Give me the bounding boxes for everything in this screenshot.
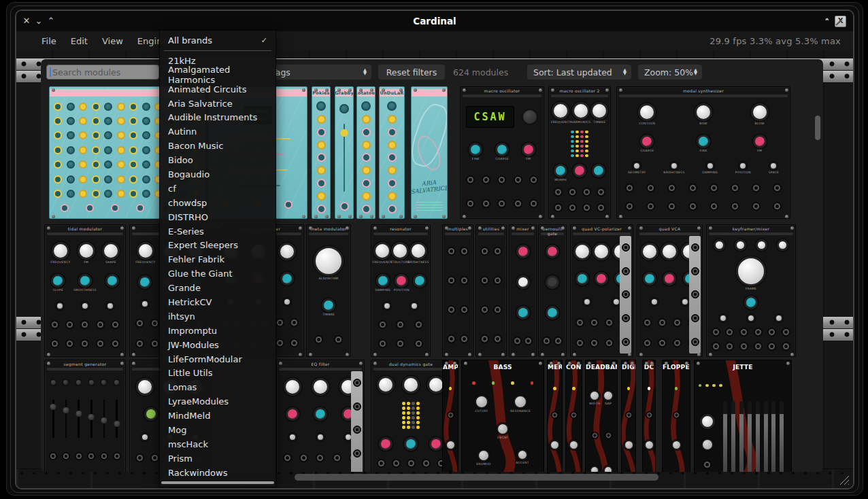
module-preview-digi[interactable]: DIGI bbox=[621, 360, 636, 472]
brand-menu-item[interactable]: cf bbox=[160, 182, 276, 196]
brand-menu-item[interactable]: Mog bbox=[160, 423, 276, 437]
screw-icon bbox=[573, 353, 576, 356]
brand-menu-item[interactable]: DISTRHO bbox=[160, 210, 276, 224]
screw-icon bbox=[414, 215, 417, 218]
knob bbox=[469, 143, 482, 156]
brand-menu-item[interactable]: Grande bbox=[160, 281, 276, 295]
module-preview-rotatoes[interactable]: Rotatoes bbox=[356, 86, 375, 219]
brand-menu-item[interactable]: Fehler Fabrik bbox=[160, 252, 276, 266]
module-preview-deadband[interactable]: DEADBANDWIDTHGAP bbox=[585, 360, 618, 472]
screw-icon bbox=[568, 362, 571, 365]
brand-label: Animated Circuits bbox=[168, 84, 246, 94]
brand-menu-item[interactable]: Amalgamated Harmonics bbox=[160, 68, 276, 82]
screw-icon bbox=[425, 353, 429, 356]
brand-menu-item[interactable]: Bogaudio bbox=[160, 167, 276, 182]
module-preview-mixer[interactable]: mixer bbox=[509, 224, 537, 357]
module-preview-resonator[interactable]: resonatorFREQUENCYSTRUCTUREBRIGHTNESSDAM… bbox=[371, 224, 431, 357]
control bbox=[92, 160, 100, 169]
brand-menu-item[interactable]: Bidoo bbox=[160, 153, 276, 167]
brand-menu-item[interactable]: Lomas bbox=[160, 380, 276, 394]
brand-menu-item[interactable]: Aria Salvatrice bbox=[160, 97, 276, 111]
brand-menu-item[interactable]: LifeFormModular bbox=[160, 352, 276, 366]
brand-menu-item[interactable]: ihtsyn bbox=[160, 309, 276, 324]
brand-label: HetrickCV bbox=[168, 297, 212, 307]
module-preview-mera[interactable]: MERA bbox=[547, 360, 563, 472]
brand-menu-item[interactable]: Audible Instruments bbox=[160, 110, 276, 124]
brand-menu-item[interactable]: Impromptu bbox=[160, 324, 276, 338]
menu-view[interactable]: View bbox=[102, 36, 123, 46]
brand-menu-item[interactable]: E-Series bbox=[160, 224, 276, 239]
maximize-window-icon[interactable]: ⌃ bbox=[45, 11, 57, 31]
module-preview-macro-oscillator[interactable]: macro oscillatorCSAWFINECOARSEFM bbox=[460, 86, 544, 219]
vertical-scrollbar[interactable] bbox=[815, 116, 820, 140]
jack bbox=[575, 339, 584, 347]
brand-label: Prism bbox=[168, 453, 193, 464]
knob-label: CUTOFF bbox=[475, 409, 488, 413]
brand-menu-item-all[interactable]: All brands ✓ bbox=[160, 33, 276, 48]
module-preview-macro-oscillator-2[interactable]: macro oscillator 2FREQUENCYHARMONICSTIMB… bbox=[548, 86, 611, 219]
menu-file[interactable]: File bbox=[41, 36, 56, 46]
brand-label: JW-Modules bbox=[168, 340, 219, 350]
jack bbox=[111, 320, 120, 329]
module-preview-bass[interactable]: BASSCUTOFFRESONANCEDECAYENVMODACCENT bbox=[461, 360, 544, 472]
module-preview-jette[interactable]: JETTE bbox=[694, 360, 792, 472]
brand-menu-item[interactable]: Prism bbox=[160, 451, 276, 466]
knob bbox=[495, 143, 509, 156]
brand-menu-item[interactable]: Expert Sleepers bbox=[160, 238, 276, 252]
brand-menu-item[interactable]: chowdsp bbox=[160, 196, 276, 210]
module-preview-bernoulli-gate[interactable]: bernoulli gate bbox=[538, 224, 567, 357]
module-preview-dual-dynamics-gate[interactable]: dual dynamics gate bbox=[371, 360, 451, 472]
module-preview-flopper[interactable]: FLOPPER bbox=[662, 360, 690, 472]
module-preview-conv[interactable]: CONV bbox=[565, 360, 582, 472]
brand-menu-item[interactable]: Bacon Music bbox=[160, 139, 276, 153]
knob bbox=[603, 390, 614, 401]
brand-menu-item[interactable]: JW-Modules bbox=[160, 338, 276, 352]
brand-menu-item[interactable]: HetrickCV bbox=[160, 295, 276, 309]
module-preview-utilities[interactable]: utilities bbox=[475, 224, 507, 357]
module-preview-undular[interactable]: UnDuLaR bbox=[379, 86, 405, 219]
jack bbox=[50, 320, 59, 329]
brand-menu-item[interactable]: mscHack bbox=[160, 437, 276, 451]
control bbox=[340, 202, 349, 211]
knob-label: DECAY bbox=[497, 436, 508, 439]
screw-icon bbox=[605, 88, 609, 92]
module-preview-modal-synthesizer[interactable]: modal synthesizerCONTOURBOWBLOWCOARSEFIN… bbox=[616, 86, 790, 219]
module-title: quad VCA bbox=[637, 226, 702, 231]
minimize-window-icon[interactable]: ⌄ bbox=[33, 11, 45, 31]
knob bbox=[700, 414, 715, 429]
module-preview[interactable]: ARiA SALVATRICE bbox=[411, 86, 448, 219]
module-preview-pokies[interactable]: Pokies bbox=[312, 86, 331, 219]
brand-menu-item[interactable]: MindMeld bbox=[160, 409, 276, 423]
module-preview-keyframer-mixer[interactable]: keyframer/mixerFRAME bbox=[706, 224, 796, 357]
jack bbox=[554, 337, 563, 345]
module-preview-quad-vca[interactable]: quad VCA bbox=[637, 224, 703, 357]
module-preview-amp[interactable]: AMP bbox=[442, 360, 458, 472]
module-preview-dc[interactable]: DC bbox=[642, 360, 656, 472]
brand-menu-item[interactable]: Little Utils bbox=[160, 366, 276, 380]
brand-menu-item[interactable]: Glue the Giant bbox=[160, 266, 276, 281]
jack bbox=[422, 459, 431, 468]
jack bbox=[773, 184, 782, 192]
module-preview-quad-vc-polarizer[interactable]: quad VC-polarizer bbox=[570, 224, 633, 357]
led-matrix bbox=[571, 131, 588, 158]
module-preview-meta-modulator[interactable]: meta modulatorALGORITHMTIMBRE bbox=[306, 224, 351, 357]
knob bbox=[546, 306, 559, 320]
module-preview-tidal-modulator[interactable]: tidal modulatorFREQUENCYFMSHAPESLOPESMOO… bbox=[44, 224, 126, 357]
module-preview-eq-filter[interactable]: EQ filter bbox=[276, 360, 365, 472]
brand-menu-item[interactable]: LyraeModules bbox=[160, 394, 276, 409]
control bbox=[117, 117, 125, 125]
close-window-icon[interactable]: ✕ bbox=[20, 11, 33, 31]
module-preview-grabby[interactable]: Grabby bbox=[335, 86, 354, 219]
screw-icon bbox=[501, 226, 505, 230]
brand-menu-item[interactable]: Autinn bbox=[160, 124, 276, 139]
module-preview-multiples[interactable]: multiples bbox=[442, 224, 473, 357]
menu-edit[interactable]: Edit bbox=[71, 36, 88, 46]
horizontal-scrollbar[interactable] bbox=[295, 474, 658, 481]
knob bbox=[377, 376, 395, 394]
module-preview-segment-generator[interactable]: segment generator bbox=[44, 360, 126, 472]
collapse-chevrons-icon[interactable]: ⌃⌃ bbox=[824, 19, 830, 23]
brand-menu-item[interactable]: Rackwindows bbox=[160, 466, 276, 480]
knob bbox=[100, 379, 107, 386]
knob bbox=[514, 395, 527, 409]
jack bbox=[493, 305, 502, 314]
